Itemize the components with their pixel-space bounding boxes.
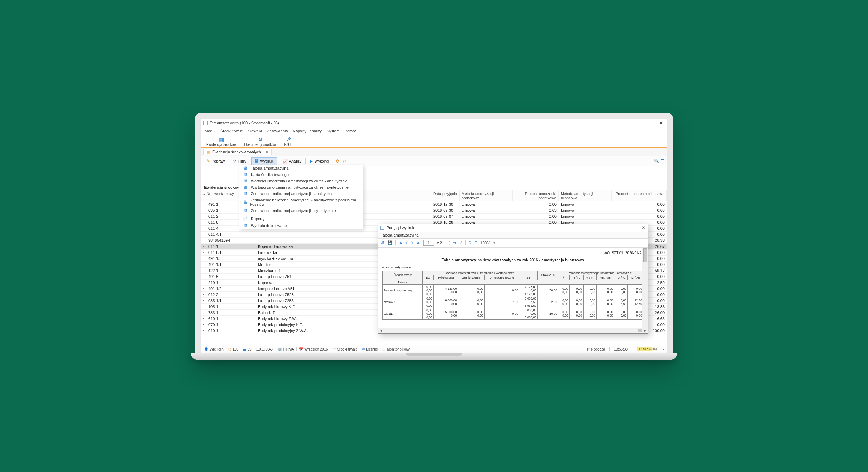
- ribbon-kst[interactable]: ⎇ KŚT: [282, 136, 293, 147]
- report-row: Zestaw komputerowy0,000,000,004 123,000,…: [383, 284, 643, 296]
- tab-icon: ▦: [207, 150, 210, 154]
- report-title: Tabela amortyzacyjna środków trwałych za…: [382, 258, 643, 262]
- cell-perc-bal: 0,00: [612, 214, 667, 218]
- ribbon-dokumenty[interactable]: 🗎 Dokumenty środków: [242, 136, 279, 147]
- cell-inventory: 610-1: [206, 317, 256, 321]
- popraw-button[interactable]: ✎ Popraw: [203, 157, 228, 165]
- preview-close-button[interactable]: ✕: [642, 225, 646, 231]
- save-icon[interactable]: 💾: [388, 240, 393, 245]
- row-marker: •: [201, 292, 206, 296]
- list-icon[interactable]: ☰: [661, 159, 665, 163]
- cell-perc-bal: 0,63: [612, 208, 667, 212]
- preview-vscroll[interactable]: [642, 248, 648, 328]
- menu-pomoc[interactable]: Pomoc: [345, 129, 357, 133]
- printer-icon: 🖶: [254, 159, 259, 164]
- close-button[interactable]: ✕: [659, 121, 663, 125]
- cell-perc-tax: 0,00: [513, 202, 559, 206]
- sb-user: 👤Wik Torn: [204, 347, 224, 351]
- tab-close-icon[interactable]: ✕: [265, 150, 269, 154]
- dd-tabela-amortyzacyjna[interactable]: 🖶Tabela amortyzacyjna: [239, 165, 363, 171]
- col-method-tax[interactable]: Metoda amortyzacji podatkowa: [460, 190, 513, 201]
- col-perc-tax[interactable]: Procent umorzenia podatkowe: [513, 190, 559, 201]
- single-page-icon[interactable]: ▯: [448, 240, 450, 245]
- dd-zestawienie-analitycznie-podzial[interactable]: 🖶Zestawienie naliczonej amortyzacji - an…: [239, 197, 363, 207]
- dd-wydruki-definiowane[interactable]: 🖶Wydruki definiowane: [239, 222, 363, 229]
- tool-icon-b[interactable]: ⚙: [342, 159, 346, 164]
- cell-inventory: 491-1/3: [206, 256, 256, 261]
- ribbon-ewidencja[interactable]: ▦ Ewidencja środków: [204, 136, 239, 147]
- window-icon: [380, 226, 384, 230]
- zoom-value: 100%: [480, 241, 490, 245]
- search-icon[interactable]: 🔍: [654, 159, 659, 163]
- wykonaj-button[interactable]: ▶ Wykonaj: [306, 157, 332, 165]
- menu-zestawienia[interactable]: Zestawienia: [267, 129, 288, 133]
- dd-zestawienie-syntetycznie[interactable]: 🖶Zestawienie naliczonej amortyzacji - sy…: [239, 207, 363, 214]
- sb-monitor: ▭Monitor plików: [382, 347, 410, 351]
- user-icon: 👤: [204, 347, 208, 351]
- calendar-icon: 📅: [299, 347, 303, 351]
- prev-page-icon[interactable]: ◁: [405, 240, 408, 245]
- memory-gauge: 361M z 494M: [637, 347, 658, 351]
- fit-width-icon[interactable]: ⇔: [453, 240, 456, 245]
- next-page-icon[interactable]: ▷: [411, 240, 414, 245]
- cell-method-tax: Liniowa: [460, 208, 513, 212]
- sb-time: 13:55:33: [614, 347, 628, 351]
- minimize-button[interactable]: —: [638, 121, 642, 125]
- menu-slowniki[interactable]: Słowniki: [248, 129, 262, 133]
- cell-inventory: 011-4/1: [206, 232, 256, 237]
- row-marker: •: [201, 298, 206, 302]
- report-row: szafa10,000,000,005 000,000,000,000,000,…: [383, 308, 643, 319]
- analizy-button[interactable]: 📈 Analizy: [279, 157, 305, 165]
- page-input[interactable]: [423, 240, 434, 246]
- menu-modul[interactable]: Moduł: [205, 129, 215, 133]
- tab-ewidencja[interactable]: ▦ Ewidencja środków trwałych ✕: [203, 149, 272, 155]
- wydruki-button[interactable]: 🖶 Wydruki: [251, 157, 277, 165]
- maximize-button[interactable]: ☐: [648, 121, 653, 125]
- scroll-right-icon[interactable]: ▸: [643, 329, 648, 332]
- preview-titlebar: Podgląd wydruku ✕: [378, 224, 648, 232]
- cell-date: 2016-09-07: [431, 214, 460, 218]
- cell-inventory: 035-1/1: [206, 298, 256, 303]
- preview-page: WOLSZTYN, 2020-01-23 Tabela amortyzacyjn…: [378, 248, 648, 328]
- sb-version: 1.0.179.43: [256, 347, 273, 351]
- report-filter-note: e niezamortyzowane: [382, 266, 643, 269]
- collapse-icon[interactable]: ▾: [662, 347, 664, 351]
- zoom-in-icon[interactable]: ⊕: [468, 240, 472, 245]
- filtry-button[interactable]: ⧩ Filtry: [230, 157, 249, 165]
- menu-raporty[interactable]: Raporty i analizy: [293, 129, 322, 133]
- pencil-icon: ✎: [207, 159, 210, 164]
- cell-inventory: 070-1: [206, 323, 256, 327]
- menu-srodki[interactable]: Środki trwałe: [220, 129, 243, 133]
- col-date[interactable]: Data przyjęcia: [431, 190, 460, 201]
- col-method-bal[interactable]: Metoda amortyzacji bilansowa: [559, 190, 612, 201]
- dd-zestawienie-analitycznie[interactable]: 🖶Zestawienie naliczonej amortyzacji - an…: [239, 190, 363, 197]
- preview-toolbar: 🖶 💾 ⏮ ◁ ▷ ⏭ z 2 ▯ ⇔ ⤢ ⊕ ⊖ 100% ▾: [378, 239, 648, 248]
- first-page-icon[interactable]: ⏮: [399, 241, 402, 245]
- cell-method-tax: Liniowa: [460, 214, 513, 218]
- dd-raporty[interactable]: 📄Raporty: [239, 216, 363, 222]
- cell-inventory: 210-1: [206, 280, 256, 285]
- dd-wartosci-syntetycznie[interactable]: 🖶Wartości umorzenia i amortyzacji za okr…: [239, 184, 363, 190]
- col-perc-bal[interactable]: Procent umorzenia bilansowe: [612, 190, 667, 201]
- building-icon: 🏢: [277, 347, 282, 351]
- printer-icon: 🖶: [243, 166, 248, 170]
- zoom-out-icon[interactable]: ⊖: [474, 240, 478, 245]
- preview-hscroll[interactable]: ◂ ▸: [378, 328, 648, 333]
- dd-karta-srodka[interactable]: 🖶Karta środka trwałego: [239, 171, 363, 178]
- menu-system[interactable]: System: [327, 129, 340, 133]
- layers-icon: ≣: [243, 347, 246, 351]
- fit-page-icon[interactable]: ⤢: [459, 240, 462, 245]
- tool-icon-a[interactable]: ⚙: [336, 159, 339, 164]
- print-icon[interactable]: 🖶: [381, 241, 385, 245]
- scroll-left-icon[interactable]: ◂: [378, 329, 383, 332]
- report-place-date: WOLSZTYN, 2020-01-23: [382, 251, 643, 255]
- preview-tab[interactable]: Tabela amortyzacyjna: [378, 232, 648, 239]
- cell-inventory: 105-1: [206, 305, 256, 309]
- row-marker: •: [201, 323, 206, 326]
- last-page-icon[interactable]: ⏭: [417, 241, 421, 245]
- report-row: zestaw 10,000,000,006 000,000,000,000,00…: [383, 296, 643, 308]
- page-total: z 2: [437, 241, 442, 245]
- zoom-chevron-icon[interactable]: ▾: [493, 240, 495, 245]
- dd-wartosci-analitycznie[interactable]: 🖶Wartości umorzenia i amortyzacji za okr…: [239, 178, 363, 184]
- menubar[interactable]: Moduł Środki trwałe Słowniki Zestawienia…: [201, 127, 667, 135]
